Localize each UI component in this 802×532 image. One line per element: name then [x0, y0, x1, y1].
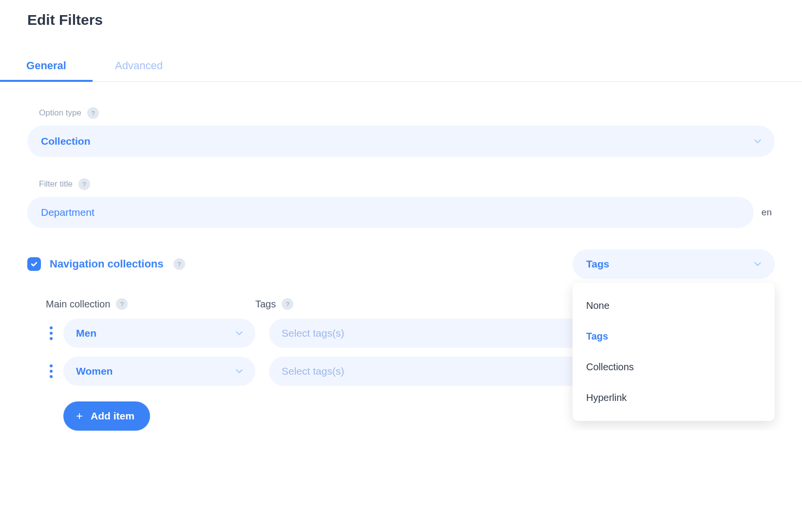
dropdown-item-hyperlink[interactable]: Hyperlink	[573, 382, 775, 413]
help-icon[interactable]: ?	[116, 298, 128, 310]
chevron-down-icon	[236, 329, 243, 337]
option-type-value: Collection	[41, 135, 91, 147]
tab-general[interactable]: General	[0, 52, 93, 82]
check-icon	[30, 260, 38, 268]
add-item-label: Add item	[91, 410, 134, 422]
chevron-down-icon	[754, 137, 761, 145]
tabs-container: General Advanced	[0, 52, 802, 82]
dropdown-item-none[interactable]: None	[573, 290, 775, 321]
chevron-down-icon	[754, 260, 761, 268]
main-collection-select[interactable]: Men	[63, 319, 255, 348]
tab-advanced[interactable]: Advanced	[93, 52, 185, 81]
main-collection-value: Men	[76, 327, 96, 339]
add-item-button[interactable]: + Add item	[63, 401, 150, 431]
subcollection-dropdown-menu: None Tags Collections Hyperlink	[573, 283, 775, 421]
nav-collections-checkbox[interactable]	[27, 257, 41, 271]
plus-icon: +	[76, 410, 83, 422]
option-type-select[interactable]: Collection	[27, 126, 775, 157]
tags-header: Tags	[255, 299, 276, 310]
chevron-down-icon	[236, 367, 243, 375]
dropdown-item-collections[interactable]: Collections	[573, 352, 775, 382]
help-icon[interactable]: ?	[78, 178, 90, 190]
language-code: en	[762, 207, 775, 218]
subcollection-type-value: Tags	[586, 258, 609, 270]
page-title: Edit Filters	[0, 12, 802, 28]
drag-handle-icon[interactable]	[46, 364, 63, 378]
drag-handle-icon[interactable]	[46, 326, 63, 340]
subcollection-type-select[interactable]: Tags	[573, 249, 775, 279]
filter-title-input[interactable]	[27, 197, 754, 228]
main-collection-value: Women	[76, 365, 113, 377]
main-collection-header: Main collection	[46, 299, 110, 310]
help-icon[interactable]: ?	[282, 298, 293, 310]
main-collection-select[interactable]: Women	[63, 357, 255, 386]
option-type-label: Option type	[39, 108, 81, 118]
dropdown-item-tags[interactable]: Tags	[573, 321, 775, 352]
nav-collections-label: Navigation collections	[50, 258, 164, 270]
filter-title-label: Filter title	[39, 179, 73, 189]
help-icon[interactable]: ?	[173, 258, 185, 270]
help-icon[interactable]: ?	[87, 107, 99, 119]
